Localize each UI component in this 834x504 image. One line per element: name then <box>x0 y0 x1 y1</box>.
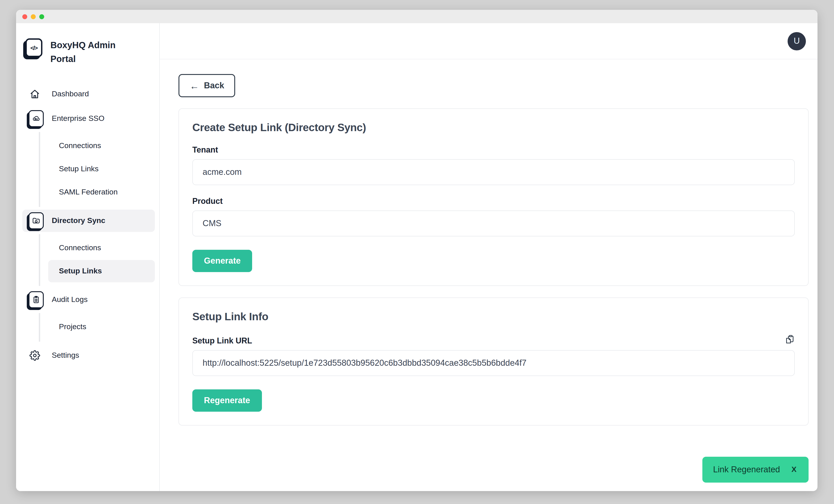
sidebar-subitem-dsync-setup-links[interactable]: Setup Links <box>48 260 155 282</box>
top-header: U <box>160 23 817 59</box>
back-button[interactable]: ← Back <box>178 74 235 97</box>
sso-cloud-key-icon <box>25 110 45 127</box>
sidebar-item-label: Settings <box>52 351 79 360</box>
sidebar-subitem-saml-federation[interactable]: SAML Federation <box>48 181 155 203</box>
app-title: BoxyHQ Admin Portal <box>50 38 126 66</box>
app-logo[interactable]: </> BoxyHQ Admin Portal <box>22 38 155 66</box>
sidebar-item-label: Dashboard <box>52 90 89 98</box>
app-window: </> BoxyHQ Admin Portal Dashboard <box>16 10 817 491</box>
sidebar-item-label: Enterprise SSO <box>52 114 104 123</box>
audit-logs-subnav: Projects <box>39 313 155 342</box>
home-icon <box>25 89 45 99</box>
sidebar-item-directory-sync[interactable]: Directory Sync <box>22 210 155 232</box>
sidebar-subitem-label: Connections <box>59 141 101 150</box>
create-setup-link-card: Create Setup Link (Directory Sync) Tenan… <box>178 108 809 286</box>
sidebar-item-settings[interactable]: Settings <box>22 344 155 367</box>
back-button-label: Back <box>204 81 224 91</box>
close-window-icon[interactable] <box>22 14 27 19</box>
sidebar-subitem-label: Setup Links <box>59 165 98 174</box>
toast-close-button[interactable]: X <box>791 465 796 474</box>
sidebar-item-audit-logs[interactable]: Audit Logs <box>22 289 155 311</box>
sidebar-nav: Dashboard Enterprise SSO <box>22 83 155 367</box>
sidebar-item-dashboard[interactable]: Dashboard <box>22 83 155 105</box>
sidebar-subitem-label: Projects <box>59 322 86 331</box>
url-label-row: Setup Link URL <box>192 335 795 346</box>
tenant-input[interactable] <box>192 159 795 185</box>
page-content: ← Back Create Setup Link (Directory Sync… <box>160 59 817 491</box>
copy-to-clipboard-button[interactable] <box>785 335 795 346</box>
generate-button[interactable]: Generate <box>192 250 253 272</box>
gear-icon <box>25 350 45 361</box>
setup-link-url-label: Setup Link URL <box>192 336 252 346</box>
sidebar-subitem-sso-connections[interactable]: Connections <box>48 135 155 157</box>
sidebar-subitem-dsync-connections[interactable]: Connections <box>48 237 155 259</box>
desktop: { "window": { "traffic_lights": { "red":… <box>0 0 834 504</box>
sidebar-subitem-projects[interactable]: Projects <box>48 316 155 338</box>
info-card-title: Setup Link Info <box>192 311 795 323</box>
folder-sync-icon <box>25 212 45 229</box>
toast-message: Link Regenerated <box>713 465 780 475</box>
sidebar-subitem-label: Connections <box>59 244 101 252</box>
create-card-title: Create Setup Link (Directory Sync) <box>192 121 795 134</box>
sidebar-item-label: Audit Logs <box>52 295 88 304</box>
maximize-window-icon[interactable] <box>39 14 44 19</box>
boxyhq-logo-icon: </> <box>25 38 42 57</box>
enterprise-sso-subnav: Connections Setup Links SAML Federation <box>39 132 155 207</box>
sidebar-subitem-label: SAML Federation <box>59 188 117 197</box>
regenerate-button[interactable]: Regenerate <box>192 389 262 412</box>
tenant-label: Tenant <box>192 145 795 155</box>
clipboard-list-icon <box>25 291 45 308</box>
window-titlebar <box>16 10 817 23</box>
product-input[interactable] <box>192 210 795 236</box>
sidebar-item-label: Directory Sync <box>52 216 105 225</box>
stage: </> BoxyHQ Admin Portal Dashboard <box>0 0 834 504</box>
setup-link-url-input[interactable] <box>192 350 795 376</box>
logo-code-glyph: </> <box>30 44 38 51</box>
sidebar-subitem-sso-setup-links[interactable]: Setup Links <box>48 158 155 180</box>
setup-link-info-card: Setup Link Info Setup Link URL <box>178 297 809 426</box>
minimize-window-icon[interactable] <box>31 14 36 19</box>
sidebar: </> BoxyHQ Admin Portal Dashboard <box>16 23 160 491</box>
main-area: U ← Back Create Setup Link (Directory Sy… <box>160 23 817 491</box>
toast-notification: Link Regenerated X <box>702 457 809 483</box>
sidebar-subitem-label: Setup Links <box>59 267 102 276</box>
product-label: Product <box>192 197 795 206</box>
directory-sync-subnav: Connections Setup Links <box>39 234 155 286</box>
back-arrow-icon: ← <box>190 81 199 90</box>
sidebar-item-enterprise-sso[interactable]: Enterprise SSO <box>22 108 155 130</box>
copy-icon <box>785 335 795 346</box>
window-body: </> BoxyHQ Admin Portal Dashboard <box>16 23 817 491</box>
user-avatar[interactable]: U <box>788 32 806 50</box>
